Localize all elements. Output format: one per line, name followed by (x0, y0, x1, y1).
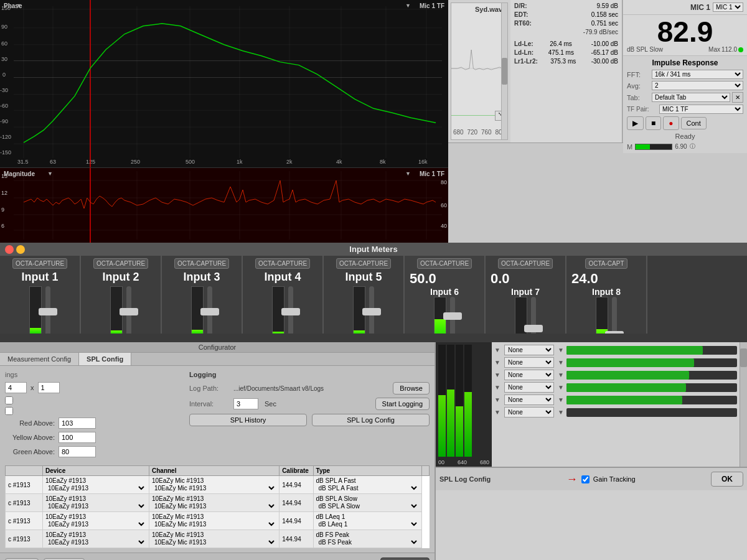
ch2-controls (110, 286, 131, 334)
cont-button[interactable]: Cont (681, 117, 707, 129)
ok-button[interactable]: OK (711, 472, 743, 487)
stop-button[interactable]: ■ (646, 116, 661, 130)
fft-select[interactable]: 16k / 341 ms (652, 70, 743, 79)
dr-label: D/R: (514, 2, 527, 9)
routing-dropdown-4[interactable]: ▼ (494, 384, 502, 391)
yellow-above-input[interactable] (59, 432, 96, 443)
routing-bar-3 (566, 371, 737, 380)
ch7-fader-track[interactable] (531, 297, 536, 334)
multiplier-a-input[interactable] (5, 382, 27, 393)
routing-select-1[interactable]: None (504, 345, 554, 355)
col-type: Type (313, 466, 421, 476)
spl-log-config-button[interactable]: SPL Log Config (312, 414, 430, 426)
channel-strip-8: OCTA-CAPT 24.0 Input 8 48V (566, 256, 647, 334)
routing-dropdown-6b[interactable]: ▼ (558, 409, 564, 416)
ch2-fader-handle[interactable] (120, 308, 138, 315)
ch6-fader-track[interactable] (450, 297, 455, 334)
ch7-controls (515, 297, 536, 334)
channel-strip-6: OCTA-CAPTURE 50.0 Input 6 Ø 48V Ø (405, 256, 486, 334)
tab-measurement-config[interactable]: Measurement Config (0, 353, 79, 365)
ch8-fader-track[interactable] (612, 297, 617, 334)
config-right: Logging Log Path: ...ief/Documents/Smaar… (189, 371, 430, 460)
ch1-fader-handle[interactable] (39, 308, 57, 315)
yellow-above-row: Yellow Above: (5, 432, 179, 443)
routing-dropdown-2[interactable]: ▼ (494, 359, 502, 366)
row1-channel: 10EaZy Mic #1913 10EaZy Mic #1913 (149, 476, 279, 494)
checkbox1[interactable] (5, 396, 13, 404)
settings-label: ings (5, 371, 179, 378)
play-button[interactable]: ▶ (627, 116, 644, 130)
checkbox2[interactable] (5, 407, 13, 415)
multiplier-b-input[interactable] (38, 382, 60, 393)
routing-dropdown-1b[interactable]: ▼ (558, 347, 564, 353)
routing-dropdown-3b[interactable]: ▼ (558, 371, 564, 378)
m-level-bar (635, 144, 672, 150)
ch6-header: 50.0 (410, 271, 479, 287)
rec-button[interactable]: ● (663, 116, 679, 130)
interval-input[interactable] (233, 398, 258, 409)
config-tabs: Measurement Config SPL Config (0, 353, 435, 366)
spl-history-button[interactable]: SPL History (189, 414, 307, 426)
ch8-device: OCTA-CAPT (585, 258, 627, 269)
interval-row: Interval: Sec Start Logging (189, 398, 430, 410)
row2-channel: 10EaZy Mic #1913 10EaZy Mic #1913 (149, 494, 279, 512)
routing-scrollbar[interactable] (740, 342, 747, 467)
green-above-row: Green Above: (5, 446, 179, 457)
gain-tracking-label: Gain Tracking (593, 475, 636, 483)
m-value: 6.90 (675, 143, 687, 150)
ch8-fader-handle[interactable] (605, 331, 624, 334)
gain-tracking-arrow: → (566, 473, 578, 486)
ch6-fader-handle[interactable] (443, 312, 462, 320)
tab-spl-config[interactable]: SPL Config (79, 353, 131, 365)
browse-button[interactable]: Browse (393, 382, 430, 394)
routing-dropdown-1[interactable]: ▼ (494, 347, 502, 353)
start-logging-button[interactable]: Start Logging (375, 398, 430, 410)
routing-select-6[interactable]: None (504, 407, 554, 418)
mic-selector-dropdown[interactable]: MIC 1 MIC 2 (713, 2, 743, 12)
ch3-fader-handle[interactable] (200, 308, 219, 315)
ch5-fader-handle[interactable] (362, 308, 381, 315)
row1-calibrate: 144.94 (280, 476, 313, 494)
ch2-fader-track[interactable] (126, 286, 131, 334)
routing-select-5[interactable]: None (504, 394, 554, 405)
tf-pair-select[interactable]: MIC 1 TF (659, 105, 743, 114)
ch3-fader-track[interactable] (207, 286, 212, 334)
routing-dropdown-5b[interactable]: ▼ (558, 396, 564, 403)
minimize-button[interactable] (16, 245, 25, 254)
avg-select[interactable]: 2 (652, 81, 743, 90)
lr1lr2-label: Lr1-Lr2: (514, 58, 538, 65)
routing-bar-6 (566, 408, 737, 417)
impulse-scrollbar-thumb[interactable] (502, 58, 507, 85)
ch1-fader-track[interactable] (45, 286, 50, 334)
gain-tracking-checkbox[interactable] (581, 475, 590, 483)
routing-select-4[interactable]: None (504, 382, 554, 393)
log-path-row: Log Path: ...ief/Documents/Smaart v8/Log… (189, 382, 430, 394)
tab-edit-button[interactable]: ✕ (732, 92, 743, 103)
tab-select[interactable]: Default Tab (652, 93, 730, 102)
ch5-fader-track[interactable] (369, 286, 374, 334)
close-button[interactable] (5, 245, 14, 254)
routing-dropdown-4b[interactable]: ▼ (558, 384, 564, 391)
ch7-fader-handle[interactable] (524, 325, 543, 332)
routing-select-3[interactable]: None (504, 370, 554, 380)
ch4-fader-track[interactable] (288, 286, 293, 334)
impulse-graph-area: Syd.wav 680 720 760 800 ⤡ (451, 2, 508, 140)
green-above-input[interactable] (59, 446, 96, 457)
routing-dropdown-3[interactable]: ▼ (494, 371, 502, 378)
ch3-device: OCTA-CAPTURE (174, 258, 229, 269)
red-above-input[interactable] (59, 418, 96, 429)
table-row: c #1913 10EaZy #1913 10EaZy #1913 10EaZy… (6, 530, 430, 548)
level-bar-1 (438, 345, 446, 457)
routing-scrollbar-thumb[interactable] (740, 348, 747, 367)
routing-dropdown-2b[interactable]: ▼ (558, 359, 564, 366)
ch8-value: 24.0 (571, 271, 598, 287)
impulse-scrollbar[interactable] (501, 3, 507, 139)
leq-config-button[interactable]: Leq Config (380, 558, 430, 560)
channel-strip-2: OCTA-CAPTURE Input 2 (81, 256, 162, 334)
routing-dropdown-5[interactable]: ▼ (494, 396, 502, 403)
level-fill-4 (464, 392, 472, 457)
routing-dropdown-6[interactable]: ▼ (494, 409, 502, 416)
routing-select-2[interactable]: None (504, 357, 554, 368)
ch4-fader-handle[interactable] (281, 308, 300, 315)
rt60-value1: 0.751 sec (591, 20, 618, 27)
